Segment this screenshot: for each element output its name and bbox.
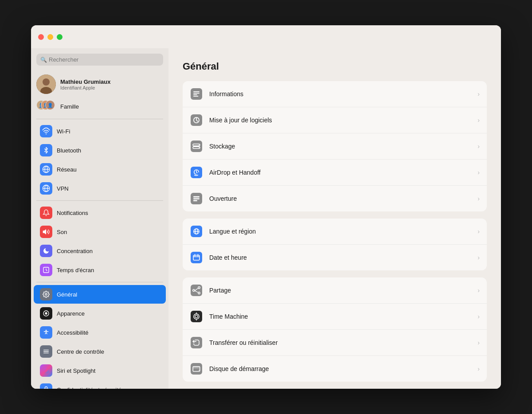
temps-icon bbox=[40, 264, 52, 276]
disque-label: Disque de démarrage bbox=[209, 365, 471, 372]
siri-icon bbox=[40, 364, 52, 377]
partage-chevron: › bbox=[477, 287, 480, 294]
svg-rect-62 bbox=[191, 363, 202, 375]
date-chevron: › bbox=[477, 254, 480, 261]
date-icon bbox=[190, 251, 203, 264]
svg-rect-23 bbox=[191, 88, 202, 100]
maximize-button[interactable] bbox=[57, 34, 63, 40]
bluetooth-icon bbox=[40, 144, 52, 156]
stockage-label: Stockage bbox=[209, 143, 471, 150]
svg-rect-27 bbox=[193, 96, 198, 97]
minimize-button[interactable] bbox=[47, 34, 53, 40]
settings-item-informations[interactable]: Informations › bbox=[183, 81, 487, 107]
svg-rect-24 bbox=[193, 91, 200, 92]
titlebar bbox=[31, 25, 501, 48]
sidebar-item-temps[interactable]: Temps d'écran bbox=[34, 261, 166, 279]
svg-point-19 bbox=[43, 367, 49, 373]
reseau-icon bbox=[40, 163, 52, 176]
ouverture-label: Ouverture bbox=[209, 195, 471, 202]
user-info: Mathieu Grumiaux Identifiant Apple bbox=[60, 78, 163, 90]
divider-1 bbox=[36, 119, 163, 119]
svg-point-14 bbox=[45, 312, 47, 314]
settings-groups: Informations › Mise à jour de logiciels … bbox=[183, 81, 487, 382]
svg-rect-17 bbox=[43, 351, 49, 352]
timemachine-chevron: › bbox=[477, 313, 480, 320]
sidebar-item-accessibilite[interactable]: Accessibilité bbox=[34, 323, 166, 342]
svg-point-65 bbox=[199, 370, 200, 371]
sidebar-item-vpn[interactable]: VPN bbox=[34, 179, 166, 198]
sidebar-item-apparence[interactable]: Apparence bbox=[34, 304, 166, 323]
son-label: Son bbox=[57, 229, 67, 235]
svg-rect-16 bbox=[43, 350, 49, 350]
settings-item-date[interactable]: Date et heure › bbox=[183, 245, 487, 270]
settings-item-ouverture[interactable]: Ouverture › bbox=[183, 186, 487, 211]
disque-chevron: › bbox=[477, 365, 480, 372]
transferer-label: Transférer ou réinitialiser bbox=[209, 339, 471, 346]
svg-rect-30 bbox=[191, 141, 202, 152]
sidebar-nav: Wi-Fi Bluetooth Réseau VPN Notifications… bbox=[31, 122, 168, 389]
family-label: Famille bbox=[60, 103, 79, 110]
svg-point-1 bbox=[43, 78, 50, 86]
svg-point-33 bbox=[199, 145, 200, 145]
sidebar-item-concentration[interactable]: Concentration bbox=[34, 242, 166, 260]
settings-item-stockage[interactable]: Stockage › bbox=[183, 133, 487, 160]
sidebar-item-confidentialite[interactable]: Confidentialité et sécurité bbox=[34, 380, 166, 389]
settings-item-langue[interactable]: Langue et région › bbox=[183, 219, 487, 245]
sidebar-item-notifications[interactable]: Notifications bbox=[34, 203, 166, 222]
notifications-icon bbox=[40, 207, 52, 219]
settings-item-partage[interactable]: Partage › bbox=[183, 277, 487, 304]
timemachine-icon bbox=[190, 310, 203, 323]
user-profile[interactable]: Mathieu Grumiaux Identifiant Apple bbox=[31, 71, 168, 99]
sidebar: 🔍 Mathieu Grumiaux Identifiant Apple bbox=[31, 48, 168, 389]
settings-group-group3: Partage › Time Machine › Transférer ou r… bbox=[183, 277, 487, 382]
date-label: Date et heure bbox=[209, 254, 471, 261]
sidebar-item-centre[interactable]: Centre de contrôle bbox=[34, 342, 166, 361]
search-input[interactable] bbox=[36, 54, 163, 66]
notifications-label: Notifications bbox=[57, 210, 88, 216]
miseajour-chevron: › bbox=[477, 117, 480, 124]
confidentialite-icon bbox=[40, 383, 52, 389]
son-icon bbox=[40, 226, 52, 238]
sidebar-item-siri[interactable]: Siri et Spotlight bbox=[34, 361, 166, 380]
airdrop-chevron: › bbox=[477, 169, 480, 176]
settings-item-disque[interactable]: Disque de démarrage › bbox=[183, 356, 487, 382]
settings-item-timemachine[interactable]: Time Machine › bbox=[183, 304, 487, 330]
search-wrapper: 🔍 bbox=[36, 54, 163, 66]
informations-icon bbox=[190, 87, 203, 101]
settings-item-miseajour[interactable]: Mise à jour de logiciels › bbox=[183, 107, 487, 133]
svg-rect-64 bbox=[193, 367, 200, 368]
timemachine-label: Time Machine bbox=[209, 313, 471, 320]
ouverture-chevron: › bbox=[477, 195, 480, 202]
svg-marker-10 bbox=[43, 230, 46, 234]
settings-item-transferer[interactable]: Transférer ou réinitialiser › bbox=[183, 330, 487, 356]
transferer-chevron: › bbox=[477, 339, 480, 346]
svg-point-12 bbox=[45, 293, 47, 295]
concentration-icon bbox=[40, 245, 52, 257]
concentration-label: Concentration bbox=[57, 248, 93, 254]
general-label: Général bbox=[57, 291, 77, 298]
sidebar-item-wifi[interactable]: Wi-Fi bbox=[34, 122, 166, 141]
close-button[interactable] bbox=[38, 34, 44, 40]
apparence-icon bbox=[40, 307, 52, 320]
settings-item-airdrop[interactable]: AirDrop et Handoff › bbox=[183, 160, 487, 186]
reseau-label: Réseau bbox=[57, 166, 77, 173]
traffic-lights bbox=[38, 34, 63, 40]
family-avatars: 👤 👤 👤 bbox=[36, 100, 56, 113]
langue-chevron: › bbox=[477, 228, 480, 235]
ouverture-icon bbox=[190, 192, 203, 205]
informations-label: Informations bbox=[209, 90, 471, 98]
wifi-label: Wi-Fi bbox=[57, 128, 70, 135]
sidebar-item-general[interactable]: Général bbox=[34, 285, 166, 304]
settings-group-group1: Informations › Mise à jour de logiciels … bbox=[183, 81, 487, 211]
vpn-icon bbox=[40, 182, 52, 195]
centre-label: Centre de contrôle bbox=[57, 348, 104, 355]
sidebar-item-reseau[interactable]: Réseau bbox=[34, 160, 166, 179]
miseajour-label: Mise à jour de logiciels bbox=[209, 117, 471, 124]
family-section[interactable]: 👤 👤 👤 Famille bbox=[31, 99, 168, 116]
svg-rect-26 bbox=[193, 94, 197, 95]
confidentialite-label: Confidentialité et sécurité bbox=[57, 387, 121, 389]
transferer-icon bbox=[190, 336, 203, 349]
sidebar-item-bluetooth[interactable]: Bluetooth bbox=[34, 141, 166, 160]
accessibilite-icon bbox=[40, 326, 52, 339]
sidebar-item-son[interactable]: Son bbox=[34, 223, 166, 241]
